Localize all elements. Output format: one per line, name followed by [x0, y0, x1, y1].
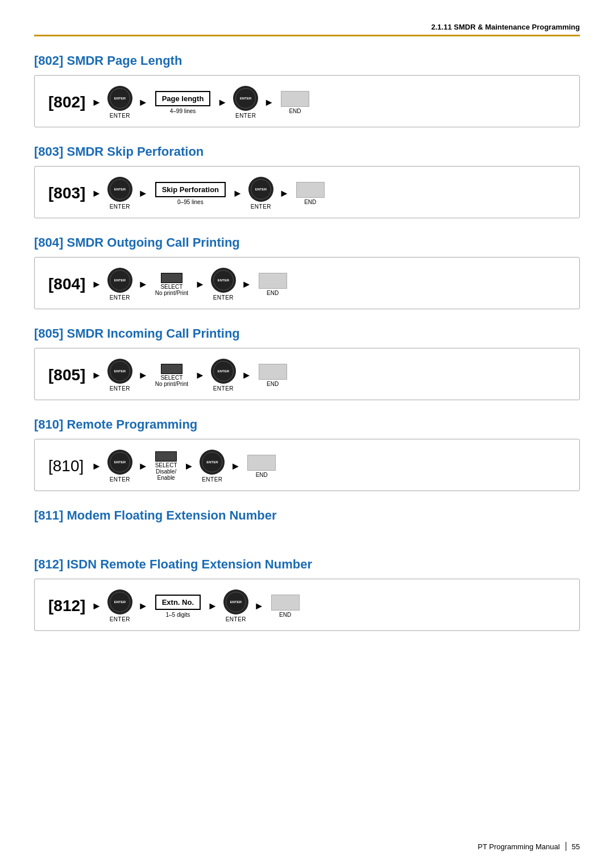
end-box-810: END — [247, 455, 276, 478]
code-802: [802] — [48, 93, 88, 111]
end-box-803: END — [296, 182, 325, 205]
select-rect-805 — [161, 364, 182, 374]
arrow-1: ► — [92, 97, 102, 109]
diagram-805: [805] ► ENTER ENTER ► SELECTNo print/Pri… — [34, 348, 580, 400]
enter-circle-3: ENTER — [107, 177, 132, 202]
diagram-802: [802] ► ENTER ENTER ► Page length 4–99 l… — [34, 75, 580, 127]
enter-circle-12: ENTER — [223, 589, 248, 614]
enter-btn-4: ENTER ENTER — [248, 177, 273, 210]
arrow-17: ► — [92, 460, 102, 472]
enter-circle-5: ENTER — [107, 268, 132, 293]
enter-label-7: ENTER — [110, 385, 130, 392]
option-rect-803: Skip Perforation — [155, 182, 226, 197]
option-box-803: Skip Perforation 0–95 lines — [155, 182, 226, 205]
arrow-19: ► — [184, 460, 194, 472]
enter-circle-10: ENTER — [200, 450, 225, 475]
end-label-803: END — [304, 199, 316, 205]
option-rect-802: Page length — [155, 91, 211, 106]
select-box-805: SELECTNo print/Print — [155, 364, 188, 387]
option-sub-812: 1–5 digits — [165, 612, 190, 618]
enter-label-8: ENTER — [213, 385, 234, 392]
end-label-805: END — [267, 381, 279, 387]
diagram-803: [803] ► ENTER ENTER ► Skip Perforation 0… — [34, 166, 580, 218]
enter-btn-8: ENTER ENTER — [211, 359, 236, 392]
arrow-14: ► — [138, 369, 148, 381]
enter-circle-4: ENTER — [248, 177, 273, 202]
arrow-6: ► — [138, 188, 148, 200]
arrow-18: ► — [138, 460, 148, 472]
end-label-810: END — [256, 472, 268, 478]
enter-circle-6: ENTER — [211, 268, 236, 293]
enter-label-4: ENTER — [251, 203, 271, 210]
enter-circle-2: ENTER — [233, 86, 258, 111]
end-label-802: END — [289, 108, 301, 114]
enter-label-2: ENTER — [235, 113, 256, 119]
enter-label-11: ENTER — [110, 616, 130, 622]
arrow-12: ► — [242, 279, 252, 290]
section-804: [804] SMDR Outgoing Call Printing [804] … — [34, 235, 580, 309]
arrow-22: ► — [138, 600, 148, 612]
section-802: [802] SMDR Page Length [802] ► ENTER ENT… — [34, 53, 580, 127]
footer-text: PT Programming Manual — [478, 842, 559, 851]
enter-btn-7: ENTER ENTER — [107, 359, 132, 392]
enter-btn-6: ENTER ENTER — [211, 268, 236, 301]
enter-circle-1: ENTER — [107, 86, 132, 111]
section-810: [810] Remote Programming [810] ► ENTER E… — [34, 417, 580, 491]
section-812: [812] ISDN Remote Floating Extension Num… — [34, 557, 580, 631]
arrow-20: ► — [230, 460, 240, 472]
option-sub-803: 0–95 lines — [177, 199, 204, 205]
enter-label-6: ENTER — [213, 294, 234, 301]
enter-btn-9: ENTER ENTER — [107, 450, 132, 483]
section-title-805: [805] SMDR Incoming Call Printing — [34, 326, 580, 341]
section-805: [805] SMDR Incoming Call Printing [805] … — [34, 326, 580, 400]
footer-divider — [566, 842, 566, 851]
select-box-804: SELECTNo print/Print — [155, 273, 188, 296]
enter-label-5: ENTER — [110, 294, 130, 301]
enter-label-12: ENTER — [226, 616, 246, 622]
section-811: [811] Modem Floating Extension Number — [34, 508, 580, 523]
end-box-804: END — [259, 273, 287, 296]
enter-btn-1: ENTER ENTER — [107, 86, 132, 119]
enter-circle-7: ENTER — [107, 359, 132, 384]
enter-circle-11: ENTER — [107, 589, 132, 614]
diagram-812: [812] ► ENTER ENTER ► Extn. No. 1–5 digi… — [34, 579, 580, 631]
section-title-804: [804] SMDR Outgoing Call Printing — [34, 235, 580, 250]
arrow-21: ► — [92, 600, 102, 612]
section-title-802: [802] SMDR Page Length — [34, 53, 580, 68]
header-text: 2.1.11 SMDR & Maintenance Programming — [431, 23, 580, 31]
option-sub-802: 4–99 lines — [170, 108, 196, 114]
enter-btn-2: ENTER ENTER — [233, 86, 258, 119]
arrow-7: ► — [233, 188, 243, 200]
arrow-9: ► — [92, 279, 102, 290]
enter-label-3: ENTER — [110, 203, 130, 210]
enter-btn-11: ENTER ENTER — [107, 589, 132, 622]
page-header: 2.1.11 SMDR & Maintenance Programming — [34, 23, 580, 36]
enter-label-10: ENTER — [202, 476, 222, 483]
arrow-13: ► — [92, 369, 102, 381]
section-title-811: [811] Modem Floating Extension Number — [34, 508, 580, 523]
select-label-805: SELECTNo print/Print — [155, 375, 188, 387]
arrow-16: ► — [242, 369, 252, 381]
select-rect-804 — [161, 273, 182, 283]
code-812: [812] — [48, 597, 88, 615]
enter-btn-5: ENTER ENTER — [107, 268, 132, 301]
enter-btn-10: ENTER ENTER — [200, 450, 225, 483]
arrow-3: ► — [217, 97, 227, 109]
diagram-810: [810] ► ENTER ENTER ► SELECTDisable/Enab… — [34, 439, 580, 491]
enter-btn-12: ENTER ENTER — [223, 589, 248, 622]
code-803: [803] — [48, 184, 88, 202]
enter-label-1: ENTER — [110, 113, 130, 119]
select-label-804: SELECTNo print/Print — [155, 284, 188, 296]
code-810: [810] — [48, 457, 88, 475]
select-box-810: SELECTDisable/Enable — [155, 451, 177, 481]
section-title-810: [810] Remote Programming — [34, 417, 580, 432]
arrow-23: ► — [208, 600, 218, 612]
end-box-802: END — [281, 91, 309, 114]
footer-page: 55 — [572, 842, 580, 851]
arrow-15: ► — [195, 369, 205, 381]
arrow-8: ► — [279, 188, 289, 200]
end-rect-804 — [259, 273, 287, 289]
arrow-2: ► — [138, 97, 148, 109]
select-rect-810 — [155, 451, 177, 462]
end-rect-810 — [247, 455, 276, 471]
